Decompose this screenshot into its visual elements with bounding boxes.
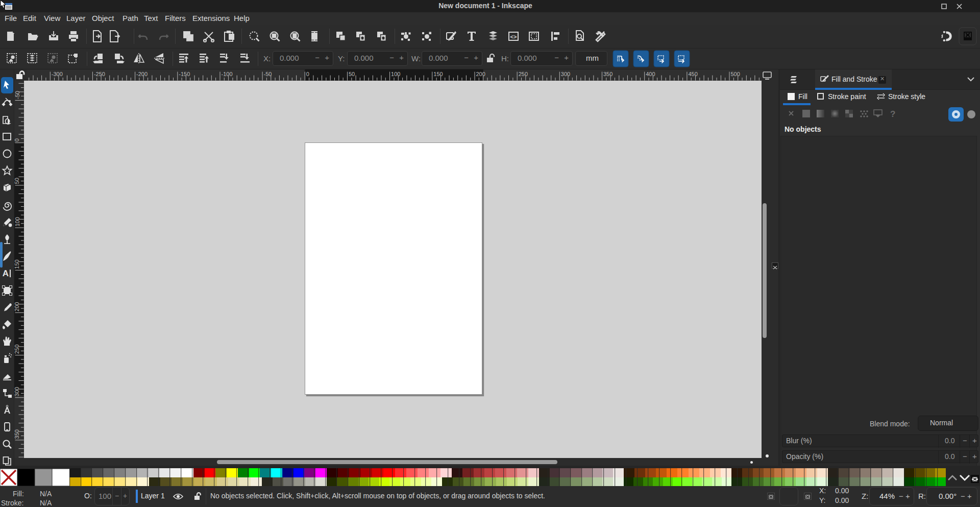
svg-text:250: 250 xyxy=(14,345,20,354)
svg-text:500: 500 xyxy=(731,71,740,77)
svg-text:?: ? xyxy=(890,109,895,119)
svg-text:100: 100 xyxy=(391,71,400,77)
svg-text:-50: -50 xyxy=(264,71,272,77)
svg-text:0: 0 xyxy=(14,138,20,141)
svg-text:300: 300 xyxy=(14,387,20,396)
svg-text:50: 50 xyxy=(349,71,355,77)
svg-text:200: 200 xyxy=(476,71,485,77)
svg-text:150: 150 xyxy=(433,71,443,77)
svg-text:350: 350 xyxy=(603,71,612,77)
svg-text:-200: -200 xyxy=(136,71,148,77)
svg-text:350: 350 xyxy=(14,429,20,439)
svg-text:-300: -300 xyxy=(52,71,63,77)
svg-text:50: 50 xyxy=(14,178,20,184)
svg-text:450: 450 xyxy=(688,71,697,77)
svg-text:-250: -250 xyxy=(94,71,105,77)
svg-text:-100: -100 xyxy=(222,71,233,77)
svg-text:300: 300 xyxy=(561,71,570,77)
svg-text:0: 0 xyxy=(306,71,309,77)
svg-text:400: 400 xyxy=(646,71,655,77)
svg-text:150: 150 xyxy=(14,259,20,269)
svg-text:200: 200 xyxy=(14,302,20,311)
svg-text:-150: -150 xyxy=(179,71,190,77)
svg-text:100: 100 xyxy=(14,217,20,226)
svg-text:-50: -50 xyxy=(14,91,20,99)
svg-text:A: A xyxy=(3,269,9,278)
svg-text:<>: <> xyxy=(510,34,517,40)
svg-text:250: 250 xyxy=(519,71,528,77)
